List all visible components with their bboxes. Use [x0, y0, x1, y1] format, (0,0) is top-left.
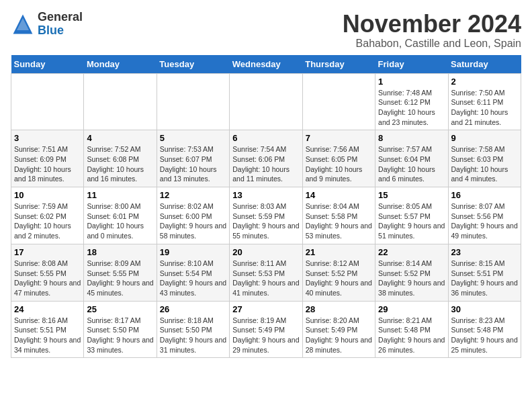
day-number: 27 [232, 304, 299, 314]
logo-icon [11, 12, 35, 36]
day-info: Sunrise: 7:48 AM Sunset: 6:12 PM Dayligh… [378, 88, 445, 128]
day-number: 21 [306, 247, 372, 257]
calendar-cell: 26Sunrise: 8:18 AM Sunset: 5:50 PM Dayli… [157, 301, 229, 358]
day-number: 30 [451, 304, 518, 314]
calendar-cell: 1Sunrise: 7:48 AM Sunset: 6:12 PM Daylig… [375, 73, 448, 130]
day-of-week-header: Tuesday [157, 55, 229, 74]
calendar-cell: 5Sunrise: 7:53 AM Sunset: 6:07 PM Daylig… [157, 130, 229, 187]
day-info: Sunrise: 8:21 AM Sunset: 5:48 PM Dayligh… [378, 316, 445, 355]
calendar-cell: 7Sunrise: 7:56 AM Sunset: 6:05 PM Daylig… [302, 130, 375, 187]
day-info: Sunrise: 8:10 AM Sunset: 5:54 PM Dayligh… [160, 259, 226, 298]
day-info: Sunrise: 7:59 AM Sunset: 6:02 PM Dayligh… [14, 201, 81, 241]
location-title: Bahabon, Castille and Leon, Spain [343, 38, 521, 50]
day-info: Sunrise: 7:54 AM Sunset: 6:06 PM Dayligh… [232, 144, 299, 184]
calendar-cell: 14Sunrise: 8:04 AM Sunset: 5:58 PM Dayli… [302, 187, 375, 244]
calendar-cell: 2Sunrise: 7:50 AM Sunset: 6:11 PM Daylig… [448, 73, 521, 130]
day-number: 11 [87, 190, 153, 200]
day-number: 17 [14, 247, 81, 257]
calendar-cell: 19Sunrise: 8:10 AM Sunset: 5:54 PM Dayli… [157, 244, 229, 301]
day-info: Sunrise: 8:14 AM Sunset: 5:52 PM Dayligh… [378, 259, 445, 298]
day-info: Sunrise: 7:57 AM Sunset: 6:04 PM Dayligh… [378, 144, 445, 184]
calendar-week: 1Sunrise: 7:48 AM Sunset: 6:12 PM Daylig… [11, 73, 521, 130]
day-number: 1 [378, 77, 445, 87]
calendar-cell: 22Sunrise: 8:14 AM Sunset: 5:52 PM Dayli… [375, 244, 448, 301]
calendar-week: 17Sunrise: 8:08 AM Sunset: 5:55 PM Dayli… [11, 244, 521, 301]
day-info: Sunrise: 8:20 AM Sunset: 5:49 PM Dayligh… [306, 316, 372, 355]
day-info: Sunrise: 8:03 AM Sunset: 5:59 PM Dayligh… [232, 201, 299, 241]
day-number: 22 [378, 247, 445, 257]
calendar-cell [302, 73, 375, 130]
day-info: Sunrise: 8:16 AM Sunset: 5:51 PM Dayligh… [14, 316, 81, 355]
calendar-week: 3Sunrise: 7:51 AM Sunset: 6:09 PM Daylig… [11, 130, 521, 187]
day-info: Sunrise: 8:08 AM Sunset: 5:55 PM Dayligh… [14, 259, 81, 298]
day-number: 28 [306, 304, 372, 314]
day-number: 19 [160, 247, 226, 257]
calendar-cell: 24Sunrise: 8:16 AM Sunset: 5:51 PM Dayli… [11, 301, 84, 358]
calendar-cell: 20Sunrise: 8:11 AM Sunset: 5:53 PM Dayli… [230, 244, 302, 301]
day-info: Sunrise: 7:53 AM Sunset: 6:07 PM Dayligh… [160, 144, 226, 184]
day-number: 9 [451, 133, 518, 143]
calendar-cell: 12Sunrise: 8:02 AM Sunset: 6:00 PM Dayli… [157, 187, 229, 244]
day-info: Sunrise: 7:52 AM Sunset: 6:08 PM Dayligh… [87, 144, 153, 184]
calendar-cell [11, 73, 84, 130]
calendar-cell: 6Sunrise: 7:54 AM Sunset: 6:06 PM Daylig… [230, 130, 302, 187]
calendar-cell [157, 73, 229, 130]
day-number: 16 [451, 190, 518, 200]
day-info: Sunrise: 8:05 AM Sunset: 5:57 PM Dayligh… [378, 201, 445, 241]
day-info: Sunrise: 8:23 AM Sunset: 5:48 PM Dayligh… [451, 316, 518, 355]
day-number: 25 [87, 304, 153, 314]
day-number: 2 [451, 77, 518, 87]
day-of-week-header: Wednesday [230, 55, 302, 74]
day-info: Sunrise: 7:58 AM Sunset: 6:03 PM Dayligh… [451, 144, 518, 184]
calendar-table: SundayMondayTuesdayWednesdayThursdayFrid… [11, 55, 521, 359]
calendar-cell: 8Sunrise: 7:57 AM Sunset: 6:04 PM Daylig… [375, 130, 448, 187]
day-number: 8 [378, 133, 445, 143]
day-info: Sunrise: 8:12 AM Sunset: 5:52 PM Dayligh… [306, 259, 372, 298]
day-info: Sunrise: 7:51 AM Sunset: 6:09 PM Dayligh… [14, 144, 81, 184]
calendar-cell: 4Sunrise: 7:52 AM Sunset: 6:08 PM Daylig… [84, 130, 157, 187]
calendar-cell: 28Sunrise: 8:20 AM Sunset: 5:49 PM Dayli… [302, 301, 375, 358]
day-number: 12 [160, 190, 226, 200]
calendar-cell: 18Sunrise: 8:09 AM Sunset: 5:55 PM Dayli… [84, 244, 157, 301]
day-number: 23 [451, 247, 518, 257]
calendar-cell: 25Sunrise: 8:17 AM Sunset: 5:50 PM Dayli… [84, 301, 157, 358]
calendar-cell [230, 73, 302, 130]
day-number: 24 [14, 304, 81, 314]
day-number: 5 [160, 133, 226, 143]
calendar-cell: 9Sunrise: 7:58 AM Sunset: 6:03 PM Daylig… [448, 130, 521, 187]
day-info: Sunrise: 8:04 AM Sunset: 5:58 PM Dayligh… [306, 201, 372, 241]
day-info: Sunrise: 8:18 AM Sunset: 5:50 PM Dayligh… [160, 316, 226, 355]
day-info: Sunrise: 8:07 AM Sunset: 5:56 PM Dayligh… [451, 201, 518, 241]
day-info: Sunrise: 8:02 AM Sunset: 6:00 PM Dayligh… [160, 201, 226, 241]
calendar-cell: 30Sunrise: 8:23 AM Sunset: 5:48 PM Dayli… [448, 301, 521, 358]
day-number: 13 [232, 190, 299, 200]
day-number: 20 [232, 247, 299, 257]
day-of-week-header: Saturday [448, 55, 521, 74]
day-info: Sunrise: 7:50 AM Sunset: 6:11 PM Dayligh… [451, 88, 518, 128]
calendar-week: 24Sunrise: 8:16 AM Sunset: 5:51 PM Dayli… [11, 301, 521, 358]
calendar-cell: 13Sunrise: 8:03 AM Sunset: 5:59 PM Dayli… [230, 187, 302, 244]
day-of-week-header: Monday [84, 55, 157, 74]
day-number: 18 [87, 247, 153, 257]
day-info: Sunrise: 8:09 AM Sunset: 5:55 PM Dayligh… [87, 259, 153, 298]
day-number: 7 [306, 133, 372, 143]
day-of-week-header: Sunday [11, 55, 84, 74]
day-number: 4 [87, 133, 153, 143]
day-info: Sunrise: 8:11 AM Sunset: 5:53 PM Dayligh… [232, 259, 299, 298]
calendar-cell [84, 73, 157, 130]
day-info: Sunrise: 8:00 AM Sunset: 6:01 PM Dayligh… [87, 201, 153, 241]
calendar-body: 1Sunrise: 7:48 AM Sunset: 6:12 PM Daylig… [11, 73, 521, 358]
day-info: Sunrise: 8:15 AM Sunset: 5:51 PM Dayligh… [451, 259, 518, 298]
calendar-cell: 21Sunrise: 8:12 AM Sunset: 5:52 PM Dayli… [302, 244, 375, 301]
month-title: November 2024 [343, 11, 521, 38]
calendar-cell: 10Sunrise: 7:59 AM Sunset: 6:02 PM Dayli… [11, 187, 84, 244]
calendar-cell: 27Sunrise: 8:19 AM Sunset: 5:49 PM Dayli… [230, 301, 302, 358]
calendar-header: SundayMondayTuesdayWednesdayThursdayFrid… [11, 55, 521, 74]
calendar-cell: 11Sunrise: 8:00 AM Sunset: 6:01 PM Dayli… [84, 187, 157, 244]
calendar-cell: 17Sunrise: 8:08 AM Sunset: 5:55 PM Dayli… [11, 244, 84, 301]
day-info: Sunrise: 8:17 AM Sunset: 5:50 PM Dayligh… [87, 316, 153, 355]
day-number: 15 [378, 190, 445, 200]
calendar-cell: 23Sunrise: 8:15 AM Sunset: 5:51 PM Dayli… [448, 244, 521, 301]
calendar-cell: 15Sunrise: 8:05 AM Sunset: 5:57 PM Dayli… [375, 187, 448, 244]
day-number: 6 [232, 133, 299, 143]
